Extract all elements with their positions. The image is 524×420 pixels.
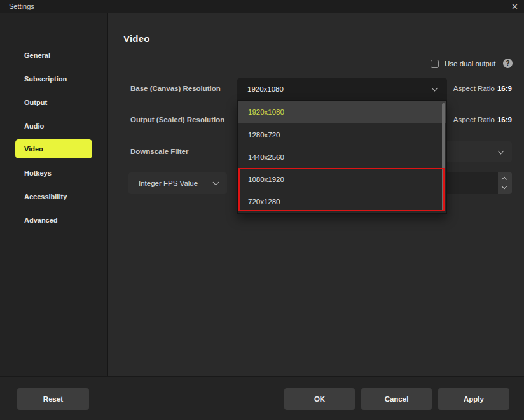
page-title: Video <box>123 33 150 44</box>
sidebar-item-audio[interactable]: Audio <box>15 116 92 136</box>
base-resolution-dropdown[interactable]: 1920x1080 <box>237 78 447 100</box>
sidebar-item-output[interactable]: Output <box>15 93 92 112</box>
dropdown-option-1920x1080[interactable]: 1920x1080 <box>238 101 446 123</box>
chevron-down-icon <box>432 85 438 92</box>
settings-window: Settings ✕ General Subscription Output A… <box>0 0 524 420</box>
dropdown-option-1280x720[interactable]: 1280x720 <box>238 123 446 146</box>
dropdown-scrollbar[interactable] <box>442 103 445 211</box>
sidebar-item-advanced[interactable]: Advanced <box>15 211 92 230</box>
ok-button[interactable]: OK <box>284 388 355 410</box>
base-resolution-value: 1920x1080 <box>247 85 284 93</box>
sidebar-item-accessibility[interactable]: Accessibility <box>15 187 92 206</box>
dropdown-option-1080x1920[interactable]: 1080x1920 <box>238 169 446 191</box>
dropdown-option-720x1280[interactable]: 720x1280 <box>238 191 446 213</box>
sidebar-item-hotkeys[interactable]: Hotkeys <box>15 164 92 183</box>
base-resolution-label: Base (Canvas) Resolution <box>130 85 221 92</box>
use-dual-output-label: Use dual output <box>445 60 496 68</box>
footer-bar: Reset OK Cancel Apply <box>0 376 524 420</box>
fps-type-dropdown[interactable]: Integer FPS Value <box>128 172 227 194</box>
title-bar: Settings ✕ <box>0 0 524 13</box>
reset-button[interactable]: Reset <box>17 388 89 410</box>
close-icon[interactable]: ✕ <box>511 1 518 12</box>
fps-type-value: Integer FPS Value <box>139 179 198 187</box>
settings-sidebar: General Subscription Output Audio Video … <box>0 13 108 376</box>
chevron-down-icon <box>213 179 219 186</box>
chevron-down-icon <box>502 184 507 189</box>
base-aspect-ratio: Aspect Ratio16:9 <box>453 85 512 92</box>
resolution-dropdown-list: 1920x1080 1280x720 1440x2560 1080x1920 7… <box>237 100 447 214</box>
window-title: Settings <box>9 3 34 10</box>
sidebar-item-general[interactable]: General <box>15 46 92 65</box>
chevron-down-icon <box>498 148 504 154</box>
chevron-up-icon <box>502 177 507 182</box>
help-icon[interactable]: ? <box>503 59 513 68</box>
use-dual-output-checkbox[interactable] <box>431 60 439 68</box>
dropdown-option-1440x2560[interactable]: 1440x2560 <box>238 146 446 168</box>
output-resolution-label: Output (Scaled) Resolution <box>130 116 224 123</box>
cancel-button[interactable]: Cancel <box>361 388 432 410</box>
spinner-buttons[interactable] <box>498 172 512 194</box>
apply-button[interactable]: Apply <box>438 388 509 410</box>
sidebar-item-video[interactable]: Video <box>15 139 92 158</box>
output-aspect-ratio: Aspect Ratio16:9 <box>453 116 512 123</box>
downscale-filter-label: Downscale Filter <box>130 148 188 155</box>
sidebar-item-subscription[interactable]: Subscription <box>15 69 92 88</box>
